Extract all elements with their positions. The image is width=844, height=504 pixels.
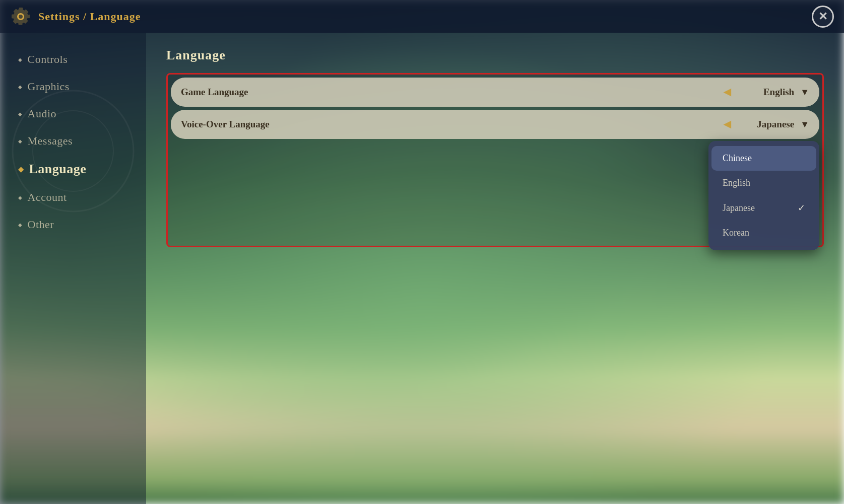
game-language-value: English: [744, 87, 794, 98]
sidebar-item-label: Account: [28, 191, 67, 204]
bullet-icon: ◆: [18, 222, 23, 228]
game-language-label: Game Language: [181, 87, 721, 98]
sidebar-item-messages[interactable]: ◆ Messages: [10, 129, 146, 153]
game-language-row: Game Language ◄ English ▼: [171, 78, 819, 107]
voice-over-row: Voice-Over Language ◄ Japanese ▼ Chinese…: [171, 110, 819, 139]
header-title-text: Settings / Language: [38, 10, 141, 23]
sidebar-item-audio[interactable]: ◆ Audio: [10, 102, 146, 125]
main-layout: ◆ Controls ◆ Graphics ◆ Audio ◆ Messages…: [0, 33, 844, 504]
sidebar-item-label: Language: [29, 162, 87, 177]
dropdown-option-label: Chinese: [723, 153, 752, 164]
sidebar-item-controls[interactable]: ◆ Controls: [10, 48, 146, 71]
dropdown-option-english[interactable]: English: [708, 171, 819, 195]
game-language-dropdown-button[interactable]: ▼: [800, 87, 809, 98]
section-title: Language: [166, 48, 824, 63]
dropdown-option-label: Korean: [723, 228, 749, 238]
bullet-icon: ◆: [18, 111, 23, 117]
voice-over-label: Voice-Over Language: [181, 119, 721, 130]
header: Settings / Language ✕: [0, 0, 844, 33]
dropdown-option-label: Japanese: [723, 203, 755, 213]
dropdown-option-label: English: [723, 178, 750, 188]
sidebar-item-label: Graphics: [28, 80, 70, 93]
voice-over-prev-arrow[interactable]: ◄: [721, 117, 734, 132]
header-title-group: Settings / Language: [10, 6, 141, 27]
close-icon: ✕: [818, 10, 827, 23]
game-language-prev-arrow[interactable]: ◄: [721, 85, 734, 100]
voice-over-dropdown-button[interactable]: ▼: [800, 119, 809, 130]
bullet-icon: ◆: [18, 138, 23, 144]
sidebar-item-graphics[interactable]: ◆ Graphics: [10, 75, 146, 98]
sidebar-item-label: Controls: [28, 53, 68, 66]
bullet-icon: ◆: [18, 195, 23, 200]
content-area: Language Game Language ◄ English ▼ Voice…: [146, 33, 844, 504]
gear-icon: [10, 6, 31, 27]
sidebar-item-account[interactable]: ◆ Account: [10, 186, 146, 209]
sidebar-item-label: Messages: [28, 134, 73, 148]
dropdown-option-japanese[interactable]: Japanese ✓: [708, 195, 819, 221]
voice-over-dropdown-menu: Chinese English Japanese ✓ Korean: [708, 141, 819, 250]
language-panel: Game Language ◄ English ▼ Voice-Over Lan…: [166, 73, 824, 247]
sidebar: ◆ Controls ◆ Graphics ◆ Audio ◆ Messages…: [0, 33, 146, 504]
bullet-icon: ◆: [18, 84, 23, 90]
dropdown-option-korean[interactable]: Korean: [708, 221, 819, 245]
sidebar-item-label: Other: [28, 218, 54, 231]
bullet-icon: ◆: [18, 57, 23, 62]
close-button[interactable]: ✕: [812, 6, 834, 28]
dropdown-option-chinese[interactable]: Chinese: [711, 146, 816, 171]
sidebar-item-language[interactable]: ◆ Language: [10, 157, 146, 182]
sidebar-item-label: Audio: [28, 107, 57, 120]
selected-check-icon: ✓: [798, 202, 805, 213]
voice-over-value: Japanese: [744, 119, 794, 130]
sidebar-item-other[interactable]: ◆ Other: [10, 213, 146, 236]
bullet-icon: ◆: [18, 165, 24, 174]
